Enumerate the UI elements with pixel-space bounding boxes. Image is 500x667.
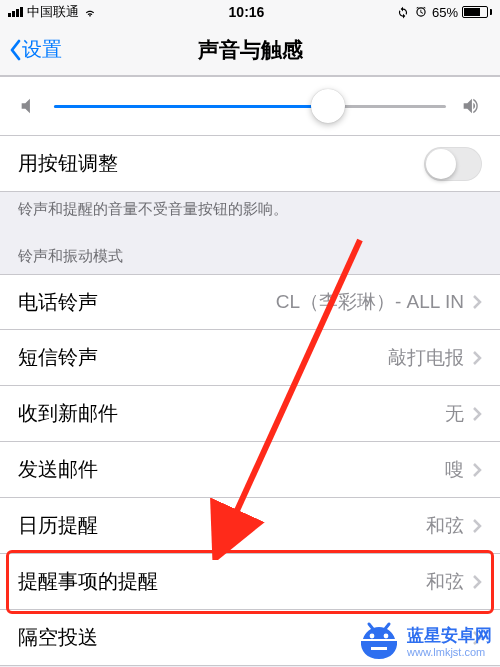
nav-bar: 设置 声音与触感 (0, 24, 500, 76)
status-left: 中国联通 (8, 3, 97, 21)
watermark-name: 蓝星安卓网 (407, 624, 492, 647)
volume-slider-thumb[interactable] (311, 89, 345, 123)
back-label: 设置 (22, 36, 62, 63)
page-title: 声音与触感 (0, 36, 500, 64)
reminders-label: 提醒事项的提醒 (18, 568, 426, 595)
ringtone-section-header: 铃声和振动模式 (0, 231, 500, 274)
chevron-right-icon (472, 518, 482, 534)
svg-point-2 (384, 634, 389, 639)
sent-mail-value: 嗖 (445, 457, 464, 483)
change-with-buttons-footer: 铃声和提醒的音量不受音量按钮的影响。 (0, 192, 500, 231)
orientation-lock-icon (396, 5, 410, 19)
watermark: 蓝星安卓网 www.lmkjst.com (357, 621, 492, 661)
volume-slider-row (0, 76, 500, 136)
volume-high-icon (460, 95, 482, 117)
chevron-right-icon (472, 462, 482, 478)
chevron-right-icon (472, 406, 482, 422)
carrier-name: 中国联通 (27, 3, 79, 21)
status-right: 65% (396, 5, 492, 20)
sent-mail-cell[interactable]: 发送邮件 嗖 (0, 442, 500, 498)
android-mascot-icon (357, 621, 401, 661)
svg-point-1 (370, 634, 375, 639)
calendar-cell[interactable]: 日历提醒 和弦 (0, 498, 500, 554)
chevron-left-icon (8, 39, 22, 61)
signal-icon (8, 7, 23, 17)
chevron-right-icon (472, 574, 482, 590)
volume-low-icon (18, 95, 40, 117)
text-tone-cell[interactable]: 短信铃声 敲打电报 (0, 330, 500, 386)
new-mail-value: 无 (445, 401, 464, 427)
sent-mail-label: 发送邮件 (18, 456, 445, 483)
status-time: 10:16 (97, 4, 396, 20)
ringtone-cell[interactable]: 电话铃声 CL（李彩琳）- ALL IN (0, 274, 500, 330)
text-tone-label: 短信铃声 (18, 344, 388, 371)
alarm-icon (414, 5, 428, 19)
change-with-buttons-cell: 用按钮调整 (0, 136, 500, 192)
status-bar: 中国联通 10:16 65% (0, 0, 500, 24)
ringtone-label: 电话铃声 (18, 289, 276, 316)
chevron-right-icon (472, 350, 482, 366)
new-mail-label: 收到新邮件 (18, 400, 445, 427)
back-button[interactable]: 设置 (8, 36, 62, 63)
chevron-right-icon (472, 294, 482, 310)
calendar-value: 和弦 (426, 513, 464, 539)
reminders-cell[interactable]: 提醒事项的提醒 和弦 (0, 554, 500, 610)
volume-slider-fill (54, 105, 328, 108)
change-with-buttons-toggle[interactable] (424, 147, 482, 181)
wifi-icon (83, 5, 97, 19)
new-mail-cell[interactable]: 收到新邮件 无 (0, 386, 500, 442)
battery-icon (462, 6, 492, 18)
battery-percent: 65% (432, 5, 458, 20)
reminders-value: 和弦 (426, 569, 464, 595)
calendar-label: 日历提醒 (18, 512, 426, 539)
volume-slider[interactable] (54, 105, 446, 108)
text-tone-value: 敲打电报 (388, 345, 464, 371)
ringtone-value: CL（李彩琳）- ALL IN (276, 289, 464, 315)
watermark-url: www.lmkjst.com (407, 647, 492, 658)
change-with-buttons-label: 用按钮调整 (18, 150, 424, 177)
